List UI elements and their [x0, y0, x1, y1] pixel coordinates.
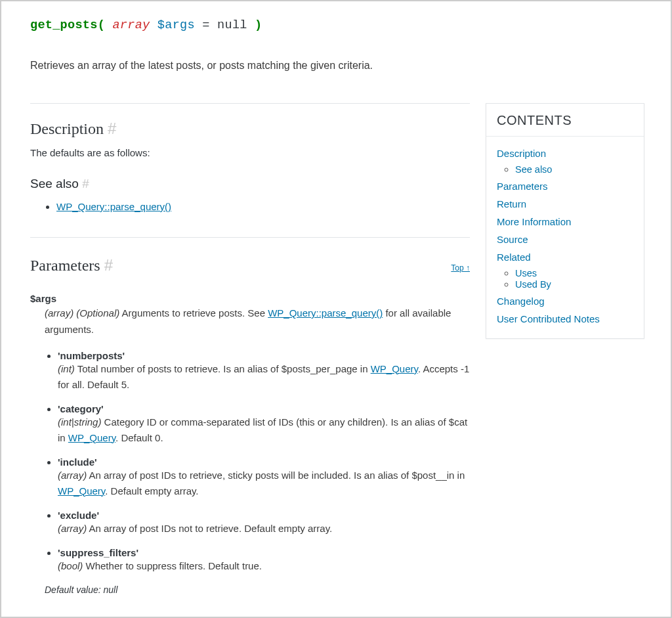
contents-title: CONTENTS [486, 104, 644, 137]
see-also-heading: See also # [30, 177, 470, 191]
page-container: get_posts( array $args = null ) Retrieve… [1, 1, 671, 608]
toc-item-parameters[interactable]: Parameters [497, 177, 633, 195]
signature-open-paren: ( [98, 18, 105, 32]
see-also-list: WP_Query::parse_query() [30, 199, 470, 215]
toc-item-used-by[interactable]: Used By [515, 276, 551, 293]
param-text-pre: An array of post IDs to retrieve, sticky… [87, 470, 465, 481]
description-heading: Description # [30, 120, 470, 138]
param-type: (array) [58, 523, 87, 534]
toc-sub: Uses Used By [497, 267, 633, 290]
param-item: 'category' (int|string) Category ID or c… [58, 403, 470, 446]
description-text: The defaults are as follows: [30, 147, 470, 158]
param-item: 'exclude' (array) An array of post IDs n… [58, 510, 470, 537]
param-item: 'numberposts' (int) Total number of post… [58, 350, 470, 393]
args-desc: (array) (Optional) Arguments to retrieve… [30, 305, 470, 338]
function-signature: get_posts( array $args = null ) [30, 18, 644, 32]
parameters-title: Parameters [30, 257, 100, 274]
toc-item-source[interactable]: Source [497, 231, 633, 248]
description-anchor[interactable]: # [108, 120, 116, 137]
param-item: 'suppress_filters' (bool) Whether to sup… [58, 547, 470, 574]
parameters-anchor[interactable]: # [104, 256, 113, 274]
signature-type: array [112, 18, 150, 32]
param-key: 'suppress_filters' [58, 547, 138, 558]
toc-item-changelog[interactable]: Changelog [497, 292, 633, 310]
see-also-anchor[interactable]: # [82, 177, 89, 190]
param-item: 'include' (array) An array of post IDs t… [58, 456, 470, 499]
param-type: (array) [58, 470, 87, 481]
args-type: (array) [45, 307, 74, 319]
main-content: Description # The defaults are as follow… [30, 103, 470, 595]
parameters-heading: Parameters # [30, 256, 113, 275]
param-key: 'numberposts' [58, 350, 125, 361]
param-type: (bool) [58, 560, 83, 571]
param-type: (int|string) [58, 416, 101, 428]
signature-fn: get_posts [30, 18, 98, 32]
function-summary: Retrieves an array of the latest posts, … [30, 60, 644, 72]
signature-equals: = [202, 18, 209, 32]
description-title: Description [30, 120, 104, 137]
default-value: Default value: null [30, 585, 470, 595]
args-desc-pre: Arguments to retrieve posts. See [122, 307, 268, 319]
see-also-title: See also [30, 177, 79, 190]
top-link[interactable]: Top ↑ [451, 263, 470, 273]
toc-item-related[interactable]: Related [497, 248, 633, 266]
args-name: $args [30, 293, 470, 304]
param-link[interactable]: WP_Query [58, 485, 105, 497]
signature-var: $args [158, 18, 195, 32]
param-text-post: . Default empty array. [105, 485, 198, 497]
toc-item-description[interactable]: Description [497, 144, 633, 162]
params-list: 'numberposts' (int) Total number of post… [30, 350, 470, 574]
args-optional: (Optional) [76, 307, 119, 319]
param-link[interactable]: WP_Query [371, 363, 418, 374]
parameters-head: Parameters # Top ↑ [30, 256, 470, 284]
see-also-item: WP_Query::parse_query() [56, 199, 470, 215]
toc-sub: See also [497, 164, 633, 175]
param-key: 'exclude' [58, 510, 99, 521]
param-text-pre: An array of post IDs not to retrieve. De… [87, 523, 332, 534]
section-divider [30, 237, 470, 238]
param-key: 'category' [58, 403, 104, 414]
signature-null: null [217, 18, 247, 32]
toc-item-more-info[interactable]: More Information [497, 213, 633, 231]
toc-item-return[interactable]: Return [497, 195, 633, 213]
param-text-post: . Default 0. [116, 432, 163, 443]
layout: Description # The defaults are as follow… [30, 103, 644, 595]
param-type: (int) [58, 363, 75, 374]
toc-item-see-also[interactable]: See also [515, 161, 552, 178]
see-also-link[interactable]: WP_Query::parse_query() [56, 201, 171, 212]
param-key: 'include' [58, 456, 97, 468]
param-text-pre: Total number of posts to retrieve. Is an… [75, 363, 371, 374]
contents-sidebar: CONTENTS Description See also Parameters… [486, 103, 644, 339]
toc: Description See also Parameters Return M… [486, 137, 644, 338]
param-link[interactable]: WP_Query [68, 432, 116, 443]
args-desc-link[interactable]: WP_Query::parse_query() [268, 307, 383, 319]
param-text-pre: Whether to suppress filters. Default tru… [83, 560, 262, 571]
toc-item-notes[interactable]: User Contributed Notes [497, 310, 633, 328]
signature-close-paren: ) [255, 18, 262, 32]
